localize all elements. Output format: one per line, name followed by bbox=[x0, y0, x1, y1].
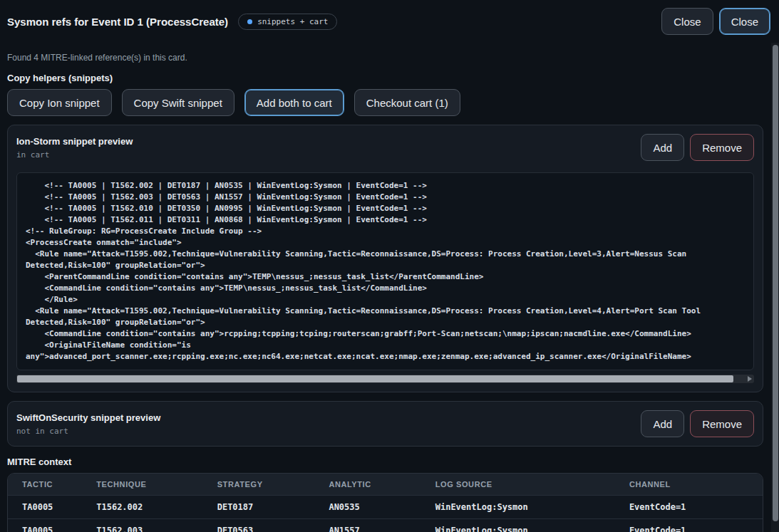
badge-dot-icon bbox=[247, 19, 252, 24]
summary-text: Found 4 MITRE-linked reference(s) in thi… bbox=[7, 53, 763, 63]
ion-cart-status: in cart bbox=[16, 150, 133, 160]
mitre-context-table-panel: TACTIC TECHNIQUE STRATEGY ANALYTIC LOG S… bbox=[7, 473, 763, 532]
ion-snippet-code[interactable]: <!-- TA0005 | T1562.002 | DET0187 | AN05… bbox=[16, 172, 754, 370]
add-both-to-cart-button[interactable]: Add both to cart bbox=[244, 89, 344, 116]
cell-technique: T1562.003 bbox=[88, 519, 208, 532]
ion-remove-button[interactable]: Remove bbox=[690, 134, 754, 161]
cell-analytic: AN1557 bbox=[320, 519, 426, 532]
swift-cart-status: not in cart bbox=[16, 427, 160, 436]
mitre-context-table: TACTIC TECHNIQUE STRATEGY ANALYTIC LOG S… bbox=[8, 474, 763, 532]
close-button-focused[interactable]: Close bbox=[719, 8, 770, 35]
vertical-scrollbar[interactable] bbox=[771, 43, 779, 532]
close-button[interactable]: Close bbox=[661, 8, 713, 35]
copy-ion-snippet-button[interactable]: Copy Ion snippet bbox=[7, 89, 112, 116]
cell-tactic: TA0005 bbox=[8, 496, 88, 519]
copy-helpers-heading: Copy helpers (snippets) bbox=[7, 73, 763, 83]
column-header-tactic: TACTIC bbox=[8, 474, 88, 496]
cell-analytic: AN0535 bbox=[320, 496, 426, 519]
cell-tactic: TA0005 bbox=[8, 519, 88, 532]
cell-strategy: DET0563 bbox=[209, 519, 321, 532]
swift-snippet-panel: SwiftOnSecurity snippet preview not in c… bbox=[7, 401, 763, 447]
ion-panel-title: Ion-Storm snippet preview bbox=[16, 136, 133, 147]
vertical-scrollbar-thumb[interactable] bbox=[773, 45, 778, 521]
column-header-technique: TECHNIQUE bbox=[88, 474, 208, 496]
column-header-channel: CHANNEL bbox=[621, 474, 763, 496]
column-header-analytic: ANALYTIC bbox=[320, 474, 426, 496]
swift-remove-button[interactable]: Remove bbox=[690, 410, 754, 437]
ion-add-button[interactable]: Add bbox=[641, 134, 684, 161]
cell-channel: EventCode=1 bbox=[621, 496, 763, 519]
ion-panel-header-text: Ion-Storm snippet preview in cart bbox=[16, 136, 133, 160]
mitre-context-heading: MITRE context bbox=[7, 457, 763, 467]
cell-log-source: WinEventLog:Sysmon bbox=[427, 519, 621, 532]
ion-snippet-panel: Ion-Storm snippet preview in cart Add Re… bbox=[7, 125, 763, 392]
cell-strategy: DET0187 bbox=[209, 496, 321, 519]
code-horizontal-scrollbar[interactable] bbox=[16, 375, 754, 383]
scrollbar-right-arrow-icon[interactable] bbox=[748, 376, 752, 382]
table-header-row: TACTIC TECHNIQUE STRATEGY ANALYTIC LOG S… bbox=[8, 474, 763, 496]
mode-badge-label: snippets + cart bbox=[257, 17, 328, 26]
cell-log-source: WinEventLog:Sysmon bbox=[427, 496, 621, 519]
cell-channel: EventCode=1 bbox=[621, 519, 763, 532]
table-row: TA0005 T1562.003 DET0563 AN1557 WinEvent… bbox=[8, 519, 763, 532]
modal-header: Sysmon refs for Event ID 1 (ProcessCreat… bbox=[0, 0, 779, 43]
horizontal-scrollbar-thumb[interactable] bbox=[17, 375, 733, 382]
swift-panel-title: SwiftOnSecurity snippet preview bbox=[16, 412, 160, 423]
table-row: TA0005 T1562.002 DET0187 AN0535 WinEvent… bbox=[8, 496, 763, 519]
modal-body: Found 4 MITRE-linked reference(s) in thi… bbox=[0, 53, 779, 532]
swift-add-button[interactable]: Add bbox=[641, 410, 684, 437]
cell-technique: T1562.002 bbox=[88, 496, 208, 519]
mode-badge: snippets + cart bbox=[238, 14, 337, 30]
copy-swift-snippet-button[interactable]: Copy Swift snippet bbox=[122, 89, 234, 116]
column-header-log-source: LOG SOURCE bbox=[427, 474, 621, 496]
copy-helpers-toolbar: Copy Ion snippet Copy Swift snippet Add … bbox=[7, 89, 763, 116]
checkout-cart-button[interactable]: Checkout cart (1) bbox=[354, 89, 460, 116]
swift-panel-header-text: SwiftOnSecurity snippet preview not in c… bbox=[16, 412, 160, 436]
page-title: Sysmon refs for Event ID 1 (ProcessCreat… bbox=[7, 16, 228, 28]
column-header-strategy: STRATEGY bbox=[209, 474, 321, 496]
